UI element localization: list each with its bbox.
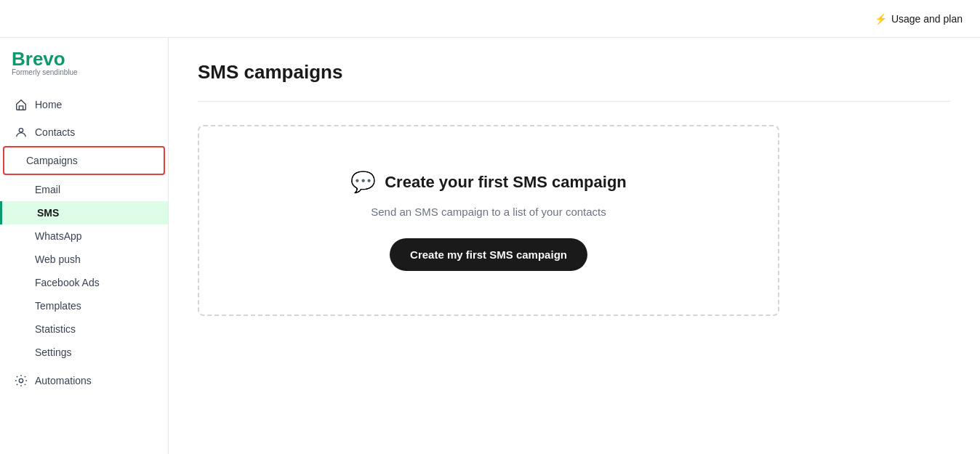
sidebar-item-email[interactable]: Email [0, 178, 168, 201]
main-content: SMS campaigns 💬 Create your first SMS ca… [169, 38, 980, 454]
sidebar-item-automations[interactable]: Automations [0, 367, 168, 394]
sidebar-item-web-push-label: Web push [35, 254, 81, 265]
sidebar-item-statistics-label: Statistics [35, 323, 76, 335]
top-bar: ⚡ Usage and plan [0, 0, 980, 38]
sidebar-item-automations-label: Automations [35, 375, 92, 386]
logo-area: Brevo Formerly sendinblue [0, 49, 168, 91]
sidebar-item-settings-label: Settings [35, 346, 72, 358]
sidebar-item-sms[interactable]: SMS [0, 201, 168, 224]
sidebar-item-email-label: Email [35, 184, 60, 195]
sub-nav: Email SMS WhatsApp Web push Facebook Ads… [0, 175, 168, 367]
sidebar-item-facebook-ads[interactable]: Facebook Ads [0, 271, 168, 294]
automations-icon [15, 374, 28, 387]
empty-state-title: 💬 Create your first SMS campaign [350, 170, 627, 194]
sidebar-item-facebook-ads-label: Facebook Ads [35, 277, 100, 288]
sidebar-item-settings[interactable]: Settings [0, 341, 168, 364]
contacts-icon [15, 126, 28, 139]
logo-sub: Formerly sendinblue [12, 68, 156, 76]
sidebar-item-statistics[interactable]: Statistics [0, 317, 168, 341]
divider [198, 101, 951, 102]
lightning-icon: ⚡ [875, 13, 887, 25]
empty-state-card: 💬 Create your first SMS campaign Send an… [198, 125, 779, 316]
sidebar-item-web-push[interactable]: Web push [0, 248, 168, 271]
page-title: SMS campaigns [198, 61, 951, 84]
sidebar-item-whatsapp-label: WhatsApp [35, 230, 82, 242]
empty-state-description: Send an SMS campaign to a list of your c… [371, 206, 606, 218]
sidebar: Brevo Formerly sendinblue Home Contacts [0, 38, 169, 454]
empty-state-heading: Create your first SMS campaign [385, 173, 627, 192]
sidebar-item-sms-label: SMS [37, 207, 59, 219]
usage-plan-label: Usage and plan [891, 13, 963, 25]
sidebar-item-campaigns[interactable]: Campaigns [3, 146, 165, 175]
home-icon [15, 98, 28, 111]
usage-plan-button[interactable]: ⚡ Usage and plan [875, 13, 963, 25]
sidebar-item-templates[interactable]: Templates [0, 294, 168, 317]
svg-point-0 [19, 129, 23, 132]
logo: Brevo [12, 49, 156, 68]
sidebar-item-contacts-label: Contacts [35, 126, 75, 138]
sidebar-item-campaigns-label: Campaigns [26, 155, 78, 166]
svg-point-1 [19, 378, 23, 382]
sidebar-item-home-label: Home [35, 99, 62, 110]
create-first-campaign-button[interactable]: Create my first SMS campaign [390, 238, 587, 271]
sidebar-item-whatsapp[interactable]: WhatsApp [0, 224, 168, 248]
sidebar-item-contacts[interactable]: Contacts [0, 118, 168, 146]
layout: Brevo Formerly sendinblue Home Contacts [0, 38, 980, 454]
sms-bubble-icon: 💬 [350, 170, 376, 194]
sidebar-item-templates-label: Templates [35, 300, 81, 312]
sidebar-item-home[interactable]: Home [0, 91, 168, 118]
